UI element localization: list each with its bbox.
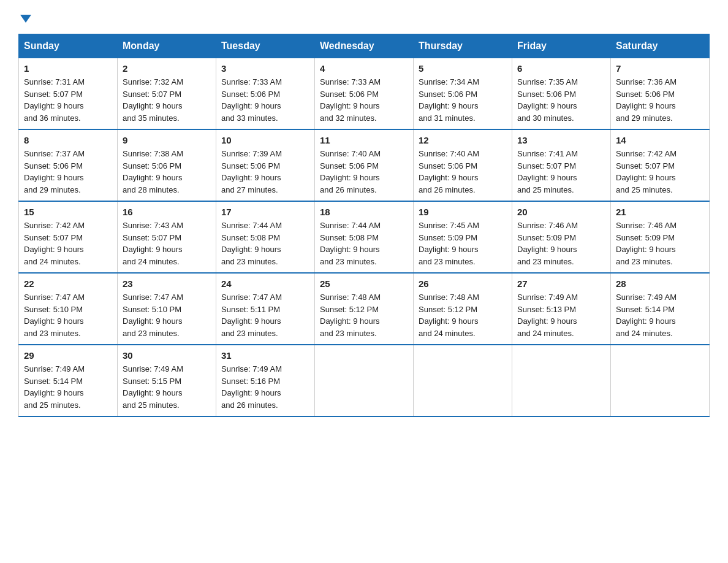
calendar-cell: 5Sunrise: 7:34 AMSunset: 5:06 PMDaylight… bbox=[414, 58, 512, 130]
day-info: Sunrise: 7:44 AMSunset: 5:08 PMDaylight:… bbox=[320, 220, 408, 267]
day-number: 4 bbox=[320, 63, 408, 74]
day-info: Sunrise: 7:42 AMSunset: 5:07 PMDaylight:… bbox=[24, 220, 112, 267]
calendar-cell: 28Sunrise: 7:49 AMSunset: 5:14 PMDayligh… bbox=[611, 273, 710, 345]
calendar-cell bbox=[315, 345, 414, 416]
calendar-cell bbox=[512, 345, 611, 416]
calendar-week-row: 29Sunrise: 7:49 AMSunset: 5:14 PMDayligh… bbox=[19, 345, 710, 416]
day-info: Sunrise: 7:48 AMSunset: 5:12 PMDaylight:… bbox=[419, 291, 507, 339]
calendar-cell: 15Sunrise: 7:42 AMSunset: 5:07 PMDayligh… bbox=[19, 201, 118, 273]
calendar-cell: 20Sunrise: 7:46 AMSunset: 5:09 PMDayligh… bbox=[512, 201, 611, 273]
day-info: Sunrise: 7:42 AMSunset: 5:07 PMDaylight:… bbox=[616, 148, 704, 196]
day-number: 13 bbox=[517, 135, 605, 145]
day-info: Sunrise: 7:40 AMSunset: 5:06 PMDaylight:… bbox=[419, 148, 507, 196]
day-info: Sunrise: 7:37 AMSunset: 5:06 PMDaylight:… bbox=[24, 148, 112, 196]
calendar-cell: 27Sunrise: 7:49 AMSunset: 5:13 PMDayligh… bbox=[512, 273, 611, 345]
calendar-cell: 31Sunrise: 7:49 AMSunset: 5:16 PMDayligh… bbox=[216, 345, 315, 416]
calendar-cell: 21Sunrise: 7:46 AMSunset: 5:09 PMDayligh… bbox=[611, 201, 710, 273]
calendar-cell: 10Sunrise: 7:39 AMSunset: 5:06 PMDayligh… bbox=[216, 129, 315, 201]
day-info: Sunrise: 7:49 AMSunset: 5:16 PMDaylight:… bbox=[221, 363, 309, 411]
calendar-cell: 13Sunrise: 7:41 AMSunset: 5:07 PMDayligh… bbox=[512, 129, 611, 201]
day-number: 28 bbox=[616, 278, 704, 289]
calendar-week-row: 1Sunrise: 7:31 AMSunset: 5:07 PMDaylight… bbox=[19, 58, 710, 130]
day-number: 11 bbox=[320, 135, 408, 145]
logo-arrow-icon bbox=[20, 15, 31, 23]
col-header-monday: Monday bbox=[118, 34, 216, 58]
day-info: Sunrise: 7:45 AMSunset: 5:09 PMDaylight:… bbox=[419, 220, 507, 267]
day-info: Sunrise: 7:36 AMSunset: 5:06 PMDaylight:… bbox=[616, 76, 704, 124]
calendar-header-row: SundayMondayTuesdayWednesdayThursdayFrid… bbox=[19, 34, 710, 58]
calendar-cell: 6Sunrise: 7:35 AMSunset: 5:06 PMDaylight… bbox=[512, 58, 611, 130]
day-number: 26 bbox=[419, 278, 507, 289]
day-number: 31 bbox=[221, 350, 309, 361]
day-info: Sunrise: 7:46 AMSunset: 5:09 PMDaylight:… bbox=[616, 220, 704, 267]
calendar-week-row: 8Sunrise: 7:37 AMSunset: 5:06 PMDaylight… bbox=[19, 129, 710, 201]
day-info: Sunrise: 7:49 AMSunset: 5:14 PMDaylight:… bbox=[24, 363, 112, 411]
day-number: 5 bbox=[419, 63, 507, 74]
day-info: Sunrise: 7:40 AMSunset: 5:06 PMDaylight:… bbox=[320, 148, 408, 196]
day-number: 20 bbox=[517, 207, 605, 217]
day-number: 9 bbox=[123, 135, 211, 145]
day-number: 17 bbox=[221, 207, 309, 217]
calendar-cell: 14Sunrise: 7:42 AMSunset: 5:07 PMDayligh… bbox=[611, 129, 710, 201]
page-header bbox=[18, 12, 710, 23]
calendar-table: SundayMondayTuesdayWednesdayThursdayFrid… bbox=[18, 34, 710, 417]
day-number: 7 bbox=[616, 63, 704, 74]
day-info: Sunrise: 7:33 AMSunset: 5:06 PMDaylight:… bbox=[221, 76, 309, 124]
day-number: 24 bbox=[221, 278, 309, 289]
day-number: 12 bbox=[419, 135, 507, 145]
calendar-cell bbox=[611, 345, 710, 416]
day-number: 25 bbox=[320, 278, 408, 289]
calendar-cell: 25Sunrise: 7:48 AMSunset: 5:12 PMDayligh… bbox=[315, 273, 414, 345]
calendar-cell: 24Sunrise: 7:47 AMSunset: 5:11 PMDayligh… bbox=[216, 273, 315, 345]
day-info: Sunrise: 7:31 AMSunset: 5:07 PMDaylight:… bbox=[24, 76, 112, 124]
calendar-week-row: 22Sunrise: 7:47 AMSunset: 5:10 PMDayligh… bbox=[19, 273, 710, 345]
calendar-cell: 11Sunrise: 7:40 AMSunset: 5:06 PMDayligh… bbox=[315, 129, 414, 201]
day-number: 6 bbox=[517, 63, 605, 74]
day-number: 19 bbox=[419, 207, 507, 217]
day-number: 8 bbox=[24, 135, 112, 145]
calendar-cell: 8Sunrise: 7:37 AMSunset: 5:06 PMDaylight… bbox=[19, 129, 118, 201]
day-info: Sunrise: 7:35 AMSunset: 5:06 PMDaylight:… bbox=[517, 76, 605, 124]
calendar-cell: 17Sunrise: 7:44 AMSunset: 5:08 PMDayligh… bbox=[216, 201, 315, 273]
day-number: 3 bbox=[221, 63, 309, 74]
col-header-friday: Friday bbox=[512, 34, 611, 58]
calendar-cell: 1Sunrise: 7:31 AMSunset: 5:07 PMDaylight… bbox=[19, 58, 118, 130]
day-info: Sunrise: 7:38 AMSunset: 5:06 PMDaylight:… bbox=[123, 148, 211, 196]
day-number: 2 bbox=[123, 63, 211, 74]
calendar-cell: 23Sunrise: 7:47 AMSunset: 5:10 PMDayligh… bbox=[118, 273, 216, 345]
logo bbox=[18, 12, 31, 23]
day-number: 23 bbox=[123, 278, 211, 289]
calendar-cell: 2Sunrise: 7:32 AMSunset: 5:07 PMDaylight… bbox=[118, 58, 216, 130]
day-info: Sunrise: 7:32 AMSunset: 5:07 PMDaylight:… bbox=[123, 76, 211, 124]
col-header-thursday: Thursday bbox=[414, 34, 512, 58]
day-info: Sunrise: 7:47 AMSunset: 5:10 PMDaylight:… bbox=[123, 291, 211, 339]
day-number: 1 bbox=[24, 63, 112, 74]
calendar-cell: 4Sunrise: 7:33 AMSunset: 5:06 PMDaylight… bbox=[315, 58, 414, 130]
day-number: 22 bbox=[24, 278, 112, 289]
day-info: Sunrise: 7:49 AMSunset: 5:13 PMDaylight:… bbox=[517, 291, 605, 339]
day-info: Sunrise: 7:34 AMSunset: 5:06 PMDaylight:… bbox=[419, 76, 507, 124]
day-info: Sunrise: 7:48 AMSunset: 5:12 PMDaylight:… bbox=[320, 291, 408, 339]
calendar-cell: 26Sunrise: 7:48 AMSunset: 5:12 PMDayligh… bbox=[414, 273, 512, 345]
day-number: 15 bbox=[24, 207, 112, 217]
day-info: Sunrise: 7:33 AMSunset: 5:06 PMDaylight:… bbox=[320, 76, 408, 124]
day-info: Sunrise: 7:44 AMSunset: 5:08 PMDaylight:… bbox=[221, 220, 309, 267]
calendar-cell: 7Sunrise: 7:36 AMSunset: 5:06 PMDaylight… bbox=[611, 58, 710, 130]
day-info: Sunrise: 7:41 AMSunset: 5:07 PMDaylight:… bbox=[517, 148, 605, 196]
day-info: Sunrise: 7:46 AMSunset: 5:09 PMDaylight:… bbox=[517, 220, 605, 267]
calendar-cell: 22Sunrise: 7:47 AMSunset: 5:10 PMDayligh… bbox=[19, 273, 118, 345]
day-number: 16 bbox=[123, 207, 211, 217]
calendar-cell: 19Sunrise: 7:45 AMSunset: 5:09 PMDayligh… bbox=[414, 201, 512, 273]
calendar-cell: 16Sunrise: 7:43 AMSunset: 5:07 PMDayligh… bbox=[118, 201, 216, 273]
day-info: Sunrise: 7:49 AMSunset: 5:14 PMDaylight:… bbox=[616, 291, 704, 339]
col-header-saturday: Saturday bbox=[611, 34, 710, 58]
calendar-cell: 12Sunrise: 7:40 AMSunset: 5:06 PMDayligh… bbox=[414, 129, 512, 201]
day-number: 10 bbox=[221, 135, 309, 145]
day-info: Sunrise: 7:39 AMSunset: 5:06 PMDaylight:… bbox=[221, 148, 309, 196]
day-number: 18 bbox=[320, 207, 408, 217]
calendar-cell: 18Sunrise: 7:44 AMSunset: 5:08 PMDayligh… bbox=[315, 201, 414, 273]
col-header-tuesday: Tuesday bbox=[216, 34, 315, 58]
calendar-cell: 3Sunrise: 7:33 AMSunset: 5:06 PMDaylight… bbox=[216, 58, 315, 130]
calendar-cell: 30Sunrise: 7:49 AMSunset: 5:15 PMDayligh… bbox=[118, 345, 216, 416]
day-info: Sunrise: 7:47 AMSunset: 5:10 PMDaylight:… bbox=[24, 291, 112, 339]
